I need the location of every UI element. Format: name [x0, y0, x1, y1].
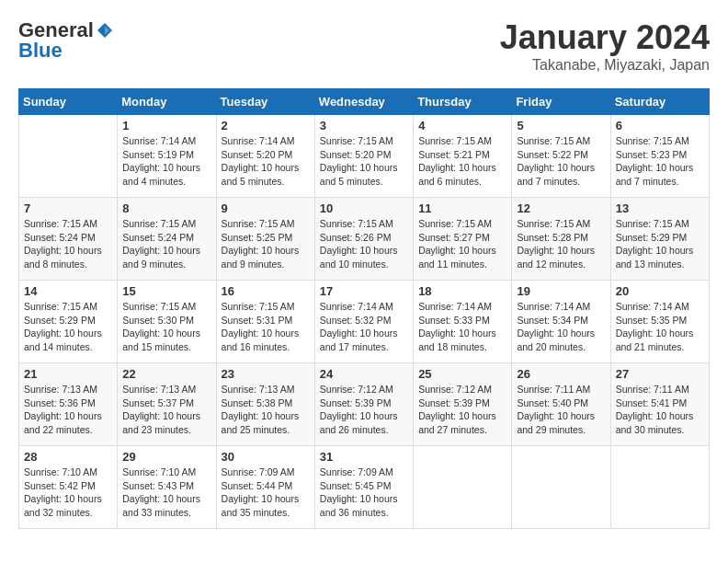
calendar-cell: 13Sunrise: 7:15 AM Sunset: 5:29 PM Dayli…: [610, 198, 709, 281]
day-info: Sunrise: 7:12 AM Sunset: 5:39 PM Dayligh…: [320, 383, 408, 437]
day-number: 4: [418, 119, 506, 132]
day-info: Sunrise: 7:10 AM Sunset: 5:43 PM Dayligh…: [122, 465, 210, 520]
day-info: Sunrise: 7:15 AM Sunset: 5:25 PM Dayligh…: [222, 217, 310, 271]
day-number: 11: [418, 201, 506, 215]
day-info: Sunrise: 7:15 AM Sunset: 5:20 PM Dayligh…: [320, 134, 408, 189]
day-info: Sunrise: 7:15 AM Sunset: 5:22 PM Dayligh…: [517, 134, 605, 189]
day-info: Sunrise: 7:15 AM Sunset: 5:21 PM Dayligh…: [418, 134, 506, 189]
week-row-1: 1Sunrise: 7:14 AM Sunset: 5:19 PM Daylig…: [19, 115, 710, 198]
day-number: 28: [24, 450, 112, 464]
day-number: 5: [517, 119, 605, 132]
day-info: Sunrise: 7:14 AM Sunset: 5:19 PM Dayligh…: [122, 134, 210, 189]
week-row-2: 7Sunrise: 7:15 AM Sunset: 5:24 PM Daylig…: [19, 198, 710, 281]
calendar-cell: [19, 115, 118, 198]
calendar-cell: 19Sunrise: 7:14 AM Sunset: 5:34 PM Dayli…: [512, 281, 610, 363]
calendar-cell: 22Sunrise: 7:13 AM Sunset: 5:37 PM Dayli…: [118, 363, 216, 446]
calendar-cell: 7Sunrise: 7:15 AM Sunset: 5:24 PM Daylig…: [19, 198, 118, 281]
day-info: Sunrise: 7:15 AM Sunset: 5:29 PM Dayligh…: [24, 300, 112, 354]
day-number: 17: [320, 284, 408, 298]
calendar-cell: 16Sunrise: 7:15 AM Sunset: 5:31 PM Dayli…: [216, 281, 314, 363]
week-row-3: 14Sunrise: 7:15 AM Sunset: 5:29 PM Dayli…: [19, 281, 710, 363]
day-info: Sunrise: 7:14 AM Sunset: 5:33 PM Dayligh…: [418, 300, 506, 354]
day-number: 3: [320, 119, 408, 132]
calendar-cell: 23Sunrise: 7:13 AM Sunset: 5:38 PM Dayli…: [216, 363, 314, 446]
weekday-friday: Friday: [512, 89, 610, 115]
weekday-monday: Monday: [118, 89, 216, 115]
weekday-thursday: Thursday: [414, 89, 512, 115]
day-info: Sunrise: 7:15 AM Sunset: 5:30 PM Dayligh…: [122, 300, 210, 354]
page-header: General Blue January 2024 Takanabe, Miya…: [18, 18, 710, 74]
calendar-cell: 20Sunrise: 7:14 AM Sunset: 5:35 PM Dayli…: [610, 281, 709, 363]
calendar-cell: 15Sunrise: 7:15 AM Sunset: 5:30 PM Dayli…: [118, 281, 216, 363]
day-number: 25: [418, 367, 506, 381]
day-info: Sunrise: 7:09 AM Sunset: 5:44 PM Dayligh…: [222, 465, 310, 520]
day-number: 14: [24, 284, 112, 298]
week-row-4: 21Sunrise: 7:13 AM Sunset: 5:36 PM Dayli…: [19, 363, 710, 446]
day-number: 24: [320, 367, 408, 381]
calendar-cell: 4Sunrise: 7:15 AM Sunset: 5:21 PM Daylig…: [414, 115, 512, 198]
day-number: 15: [122, 284, 210, 298]
calendar-cell: 31Sunrise: 7:09 AM Sunset: 5:45 PM Dayli…: [314, 446, 413, 529]
logo-icon: [96, 21, 114, 40]
day-info: Sunrise: 7:15 AM Sunset: 5:24 PM Dayligh…: [24, 217, 112, 271]
day-info: Sunrise: 7:12 AM Sunset: 5:39 PM Dayligh…: [418, 383, 506, 437]
day-info: Sunrise: 7:15 AM Sunset: 5:27 PM Dayligh…: [418, 217, 506, 271]
day-info: Sunrise: 7:15 AM Sunset: 5:23 PM Dayligh…: [616, 134, 704, 189]
calendar-cell: 14Sunrise: 7:15 AM Sunset: 5:29 PM Dayli…: [19, 281, 118, 363]
location-text: Takanabe, Miyazaki, Japan: [500, 57, 710, 74]
calendar-cell: 25Sunrise: 7:12 AM Sunset: 5:39 PM Dayli…: [414, 363, 512, 446]
calendar-table: SundayMondayTuesdayWednesdayThursdayFrid…: [18, 88, 710, 529]
calendar-cell: 26Sunrise: 7:11 AM Sunset: 5:40 PM Dayli…: [512, 363, 610, 446]
day-number: 26: [517, 367, 605, 381]
calendar-cell: 12Sunrise: 7:15 AM Sunset: 5:28 PM Dayli…: [512, 198, 610, 281]
calendar-cell: 9Sunrise: 7:15 AM Sunset: 5:25 PM Daylig…: [216, 198, 314, 281]
day-info: Sunrise: 7:14 AM Sunset: 5:20 PM Dayligh…: [222, 134, 310, 189]
day-number: 1: [122, 119, 210, 132]
day-number: 16: [222, 284, 310, 298]
calendar-cell: 24Sunrise: 7:12 AM Sunset: 5:39 PM Dayli…: [314, 363, 413, 446]
weekday-saturday: Saturday: [610, 89, 709, 115]
calendar-cell: 18Sunrise: 7:14 AM Sunset: 5:33 PM Dayli…: [414, 281, 512, 363]
day-number: 10: [320, 201, 408, 215]
day-number: 6: [616, 119, 704, 132]
day-info: Sunrise: 7:13 AM Sunset: 5:38 PM Dayligh…: [222, 383, 310, 437]
calendar-cell: 8Sunrise: 7:15 AM Sunset: 5:24 PM Daylig…: [118, 198, 216, 281]
day-number: 22: [122, 367, 210, 381]
calendar-cell: [512, 446, 610, 529]
day-info: Sunrise: 7:15 AM Sunset: 5:29 PM Dayligh…: [616, 217, 704, 271]
day-number: 27: [616, 367, 704, 381]
day-number: 21: [24, 367, 112, 381]
calendar-cell: [414, 446, 512, 529]
calendar-cell: 3Sunrise: 7:15 AM Sunset: 5:20 PM Daylig…: [314, 115, 413, 198]
day-number: 8: [122, 201, 210, 215]
day-number: 9: [222, 201, 310, 215]
weekday-header-row: SundayMondayTuesdayWednesdayThursdayFrid…: [19, 89, 710, 115]
calendar-cell: [610, 446, 709, 529]
day-number: 30: [222, 450, 310, 464]
day-info: Sunrise: 7:15 AM Sunset: 5:24 PM Dayligh…: [122, 217, 210, 271]
day-info: Sunrise: 7:15 AM Sunset: 5:31 PM Dayligh…: [222, 300, 310, 354]
calendar-cell: 21Sunrise: 7:13 AM Sunset: 5:36 PM Dayli…: [19, 363, 118, 446]
day-number: 12: [517, 201, 605, 215]
day-info: Sunrise: 7:15 AM Sunset: 5:26 PM Dayligh…: [320, 217, 408, 271]
calendar-cell: 11Sunrise: 7:15 AM Sunset: 5:27 PM Dayli…: [414, 198, 512, 281]
day-number: 18: [418, 284, 506, 298]
day-info: Sunrise: 7:10 AM Sunset: 5:42 PM Dayligh…: [24, 465, 112, 520]
calendar-cell: 30Sunrise: 7:09 AM Sunset: 5:44 PM Dayli…: [216, 446, 314, 529]
logo-blue-text: Blue: [18, 39, 63, 63]
calendar-cell: 2Sunrise: 7:14 AM Sunset: 5:20 PM Daylig…: [216, 115, 314, 198]
day-info: Sunrise: 7:11 AM Sunset: 5:41 PM Dayligh…: [616, 383, 704, 437]
day-info: Sunrise: 7:14 AM Sunset: 5:35 PM Dayligh…: [616, 300, 704, 354]
day-info: Sunrise: 7:13 AM Sunset: 5:37 PM Dayligh…: [122, 383, 210, 437]
calendar-cell: 29Sunrise: 7:10 AM Sunset: 5:43 PM Dayli…: [118, 446, 216, 529]
weekday-tuesday: Tuesday: [216, 89, 314, 115]
day-info: Sunrise: 7:15 AM Sunset: 5:28 PM Dayligh…: [517, 217, 605, 271]
month-title: January 2024: [500, 18, 710, 57]
calendar-cell: 27Sunrise: 7:11 AM Sunset: 5:41 PM Dayli…: [610, 363, 709, 446]
day-info: Sunrise: 7:09 AM Sunset: 5:45 PM Dayligh…: [320, 465, 408, 520]
calendar-cell: 5Sunrise: 7:15 AM Sunset: 5:22 PM Daylig…: [512, 115, 610, 198]
day-number: 7: [24, 201, 112, 215]
weekday-sunday: Sunday: [19, 89, 118, 115]
day-number: 31: [320, 450, 408, 464]
weekday-wednesday: Wednesday: [314, 89, 413, 115]
